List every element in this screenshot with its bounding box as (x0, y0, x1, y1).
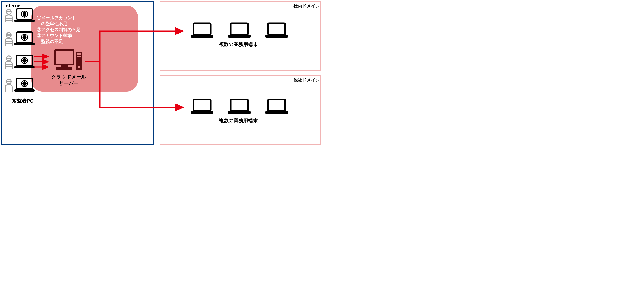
flow-arrows (85, 20, 190, 129)
laptop-icon (14, 31, 36, 46)
svg-rect-21 (56, 68, 72, 70)
svg-rect-27 (191, 35, 213, 38)
svg-rect-6 (14, 43, 34, 45)
svg-rect-36 (268, 100, 285, 111)
issue-line-4: ③アカウント挙動 (37, 33, 72, 38)
laptop-icon (14, 8, 36, 23)
attacker-label: 攻撃者PC (12, 98, 34, 104)
svg-rect-29 (228, 35, 250, 38)
svg-rect-20 (61, 64, 68, 68)
svg-point-25 (78, 66, 80, 68)
svg-rect-30 (268, 23, 285, 34)
external-terminals-label: 複数の業務用端末 (219, 118, 258, 124)
laptop-icon (227, 98, 252, 115)
svg-rect-31 (266, 35, 288, 38)
laptop-icon (190, 22, 214, 39)
issue-line-3: ②アクセス制御の不足 (37, 27, 80, 33)
zone-external-label: 他社ドメイン (294, 77, 320, 83)
svg-rect-10 (14, 66, 34, 68)
issue-line-2: の堅牢性不足 (37, 21, 68, 27)
internal-terminals-label: 複数の業務用端末 (219, 41, 258, 48)
laptop-icon (264, 22, 288, 39)
svg-rect-32 (194, 100, 211, 111)
svg-rect-19 (55, 50, 74, 64)
server-icon (54, 49, 84, 73)
issue-line-5: 監視の不足 (37, 38, 63, 44)
svg-rect-33 (191, 111, 213, 114)
laptop-icon (14, 78, 36, 93)
laptop-icon (14, 54, 36, 70)
laptop-icon (227, 22, 252, 39)
svg-rect-37 (266, 111, 288, 114)
svg-rect-26 (194, 23, 211, 34)
svg-rect-28 (231, 23, 248, 34)
issue-line-1: ①メールアカウント (37, 15, 76, 21)
svg-rect-34 (231, 100, 248, 111)
zone-internal-label: 社内ドメイン (294, 3, 320, 9)
svg-rect-2 (14, 20, 34, 22)
attack-arrows (34, 54, 52, 72)
diagram-root: Internet 社内ドメイン 他社ドメイン ①メールアカウント の堅牢性不足 … (0, 0, 322, 146)
svg-rect-14 (14, 89, 34, 92)
laptop-icon (190, 98, 214, 115)
svg-rect-35 (228, 111, 250, 114)
laptop-icon (264, 98, 288, 115)
svg-rect-24 (77, 56, 81, 57)
svg-rect-23 (77, 54, 81, 54)
